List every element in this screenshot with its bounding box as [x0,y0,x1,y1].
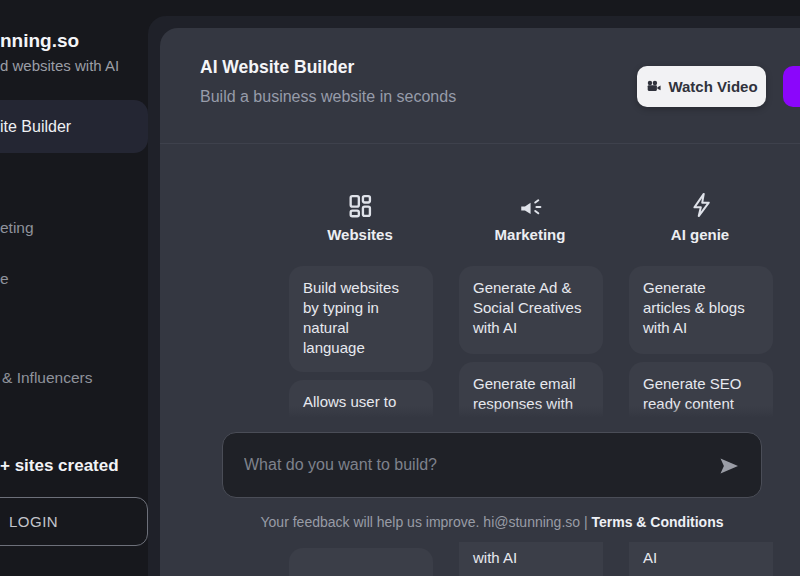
sidebar-item-marketing[interactable]: eting [0,219,34,237]
build-prompt-input[interactable] [223,433,761,497]
brand-logo: nning.so [0,30,79,52]
main-panel: AI Website Builder Build a business webs… [160,28,800,576]
feature-card-fragment: AI [629,538,773,576]
feature-card: Build websites by typing in natural lang… [289,266,433,372]
sidebar: nning.so d websites with AI ite Builder … [0,0,160,576]
send-arrow-icon[interactable] [717,454,741,478]
header-divider [160,143,800,144]
page-title: AI Website Builder [200,57,354,78]
column-label-ai-genie: AI genie [640,226,760,243]
megaphone-icon [516,193,544,221]
watch-video-label: Watch Video [668,78,757,95]
lightning-bolt-icon [688,191,716,219]
column-label-marketing: Marketing [470,226,590,243]
footer-feedback: Your feedback will help us improve. hi@s… [160,514,800,530]
brand-tagline: d websites with AI [0,57,119,74]
sidebar-item-website-builder[interactable]: ite Builder [0,100,148,153]
layout-grid-icon [346,192,374,220]
video-camera-icon [645,78,662,95]
feature-card-fragment [289,548,433,576]
watch-video-button[interactable]: Watch Video [637,66,766,107]
sidebar-item-ai-genie[interactable]: e [0,270,9,288]
sidebar-item-influencers[interactable]: & Influencers [2,369,92,387]
primary-purple-button[interactable] [783,66,800,107]
feature-card: Generate articles & blogs with AI [629,266,773,354]
app-frame: nning.so d websites with AI ite Builder … [0,0,800,576]
feedback-text: Your feedback will help us improve. hi@s… [261,514,588,530]
page-subtitle: Build a business website in seconds [200,88,456,106]
feature-card-fragment: with AI [459,538,603,576]
feature-card: Generate Ad & Social Creatives with AI [459,266,603,354]
sidebar-item-label: ite Builder [0,118,71,136]
prompt-box [222,432,762,498]
terms-link[interactable]: Terms & Conditions [592,514,724,530]
login-button[interactable]: LOGIN [0,497,148,546]
column-label-websites: Websites [300,226,420,243]
sites-created-text: + sites created [0,456,119,476]
